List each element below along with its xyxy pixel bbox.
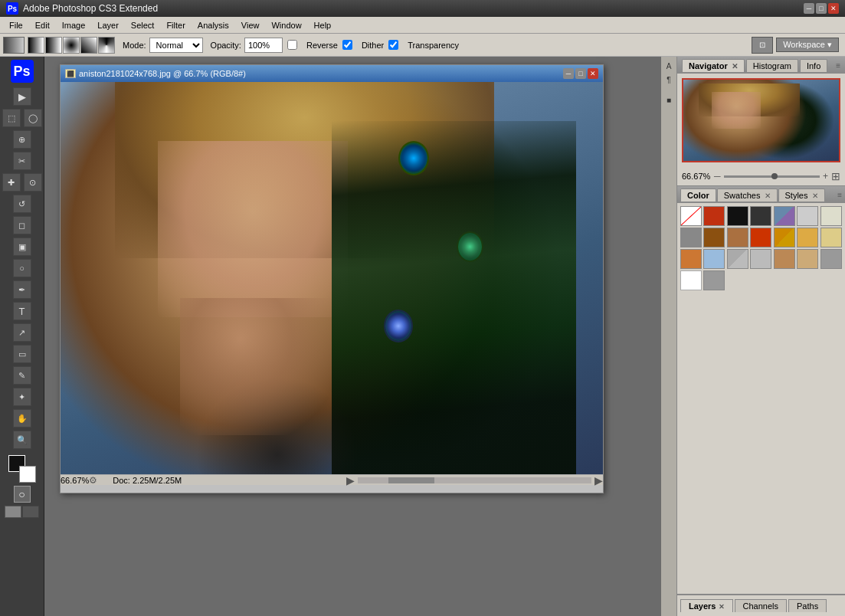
text-tool[interactable]: T bbox=[13, 302, 31, 320]
menu-window[interactable]: Window bbox=[265, 19, 307, 31]
screen-mode-standard[interactable] bbox=[5, 506, 21, 518]
menu-select[interactable]: Select bbox=[125, 19, 161, 31]
doc-close-button[interactable]: ✕ bbox=[588, 68, 598, 79]
menu-file[interactable]: File bbox=[3, 19, 29, 31]
swatch-3[interactable] bbox=[750, 206, 771, 226]
background-color[interactable] bbox=[19, 466, 36, 483]
layers-tab-close[interactable]: ✕ bbox=[719, 603, 725, 611]
swatch-11[interactable] bbox=[774, 228, 795, 247]
crop-tool[interactable]: ✂ bbox=[13, 152, 31, 170]
horizontal-scrollbar[interactable] bbox=[358, 477, 591, 483]
navigator-tab-close[interactable]: ✕ bbox=[732, 62, 738, 70]
swatch-8[interactable] bbox=[703, 228, 725, 247]
swatch-21[interactable] bbox=[680, 270, 702, 290]
menu-edit[interactable]: Edit bbox=[29, 19, 56, 31]
screen-mode-full[interactable] bbox=[22, 506, 39, 518]
histogram-tab[interactable]: Histogram bbox=[746, 59, 798, 72]
transparency-checkbox[interactable] bbox=[388, 40, 398, 50]
zoom-slider[interactable] bbox=[724, 175, 820, 178]
scroll-right-button[interactable]: ▶ bbox=[346, 474, 355, 487]
swatch-19[interactable] bbox=[797, 249, 818, 269]
swatch-5[interactable] bbox=[797, 206, 818, 226]
selection-tool[interactable]: ↗ bbox=[13, 323, 31, 342]
zoom-fit-button[interactable]: ⊞ bbox=[831, 170, 840, 182]
document-canvas[interactable] bbox=[61, 82, 603, 474]
move-tool[interactable]: ▶ bbox=[13, 87, 31, 106]
shape-tool[interactable]: ▭ bbox=[13, 345, 31, 363]
swatches-tab[interactable]: Swatches ✕ bbox=[717, 188, 778, 202]
foreground-color-swatch[interactable] bbox=[3, 37, 25, 54]
swatch-2[interactable] bbox=[727, 206, 748, 226]
close-button[interactable]: ✕ bbox=[828, 3, 839, 14]
swatch-9[interactable] bbox=[727, 228, 748, 247]
styles-tab[interactable]: Styles ✕ bbox=[778, 188, 825, 202]
navigator-tab[interactable]: Navigator ✕ bbox=[682, 59, 745, 72]
navigator-preview[interactable] bbox=[682, 78, 840, 162]
info-tab[interactable]: Info bbox=[800, 59, 827, 72]
zoom-minus-icon[interactable]: ─ bbox=[714, 171, 721, 182]
quick-select-tool[interactable]: ⊕ bbox=[13, 130, 31, 149]
notes-tool[interactable]: ✎ bbox=[13, 366, 31, 385]
dither-checkbox[interactable] bbox=[342, 40, 352, 50]
swatch-22[interactable] bbox=[703, 270, 725, 290]
color-tab[interactable]: Color bbox=[680, 188, 716, 202]
marquee-tool[interactable]: ⬚ bbox=[2, 109, 21, 127]
pen-tool[interactable]: ✒ bbox=[13, 280, 31, 299]
swatch-15[interactable] bbox=[703, 249, 725, 269]
eraser-tool[interactable]: ◻ bbox=[13, 216, 31, 234]
swatch-18[interactable] bbox=[774, 249, 795, 269]
paragraph-panel-icon[interactable]: ¶ bbox=[663, 74, 675, 86]
scroll-end-button[interactable]: ▶ bbox=[594, 474, 603, 487]
menu-layer[interactable]: Layer bbox=[91, 19, 125, 31]
maximize-button[interactable]: □ bbox=[816, 3, 827, 14]
opacity-input[interactable] bbox=[244, 38, 283, 53]
clone-tool[interactable]: ⊙ bbox=[24, 173, 42, 192]
swatches-panel-collapse[interactable]: ≡ bbox=[837, 191, 842, 199]
styles-tab-close[interactable]: ✕ bbox=[812, 192, 818, 200]
zoom-plus-icon[interactable]: + bbox=[823, 171, 828, 182]
gradient-preset-2[interactable] bbox=[45, 37, 62, 54]
doc-maximize-button[interactable]: □ bbox=[575, 68, 586, 79]
gradient-preset-5[interactable] bbox=[98, 37, 115, 54]
swatch-17[interactable] bbox=[750, 249, 771, 269]
swatch-12[interactable] bbox=[797, 228, 818, 247]
reverse-checkbox[interactable] bbox=[287, 40, 297, 50]
swatches-tab-close[interactable]: ✕ bbox=[765, 192, 771, 200]
navigator-panel-collapse[interactable]: ≡ bbox=[836, 61, 840, 70]
layers-tab[interactable]: Layers ✕ bbox=[680, 599, 733, 612]
zoom-tool[interactable]: 🔍 bbox=[13, 431, 31, 449]
lasso-tool[interactable]: ◯ bbox=[24, 109, 42, 127]
ai-panel-icon[interactable]: A bbox=[663, 60, 675, 72]
swatch-1[interactable] bbox=[703, 206, 725, 226]
swatch-16[interactable] bbox=[727, 249, 748, 269]
gradient-tool[interactable]: ▣ bbox=[13, 238, 31, 256]
menu-view[interactable]: View bbox=[235, 19, 266, 31]
channels-tab[interactable]: Channels bbox=[735, 599, 787, 612]
heal-tool[interactable]: ✚ bbox=[2, 173, 21, 192]
gradient-preset-4[interactable] bbox=[80, 37, 97, 54]
swatch-13[interactable] bbox=[820, 228, 842, 247]
gradient-preset-3[interactable] bbox=[63, 37, 80, 54]
minimize-button[interactable]: ─ bbox=[804, 3, 814, 14]
swatch-7[interactable] bbox=[680, 228, 702, 247]
quick-mask-toggle[interactable]: ○ bbox=[14, 486, 31, 503]
mode-dropdown[interactable]: Normal bbox=[149, 38, 203, 53]
dodge-tool[interactable]: ○ bbox=[13, 259, 31, 277]
swatch-14[interactable] bbox=[680, 249, 702, 269]
menu-help[interactable]: Help bbox=[308, 19, 338, 31]
swatch-none[interactable] bbox=[680, 206, 702, 226]
hand-tool[interactable]: ✋ bbox=[13, 409, 31, 428]
color-panel-icon[interactable]: ■ bbox=[663, 93, 675, 106]
doc-minimize-button[interactable]: ─ bbox=[563, 68, 574, 79]
dropper-tool[interactable]: ✦ bbox=[13, 388, 31, 406]
paths-tab[interactable]: Paths bbox=[788, 599, 827, 612]
menu-filter[interactable]: Filter bbox=[160, 19, 191, 31]
swatch-10[interactable] bbox=[750, 228, 771, 247]
menu-image[interactable]: Image bbox=[56, 19, 92, 31]
gradient-preset-1[interactable] bbox=[28, 37, 44, 54]
workspace-button[interactable]: Workspace ▾ bbox=[776, 38, 839, 52]
swatch-6[interactable] bbox=[820, 206, 842, 226]
menu-analysis[interactable]: Analysis bbox=[192, 19, 235, 31]
history-tool[interactable]: ↺ bbox=[13, 195, 31, 213]
swatch-4[interactable] bbox=[774, 206, 795, 226]
